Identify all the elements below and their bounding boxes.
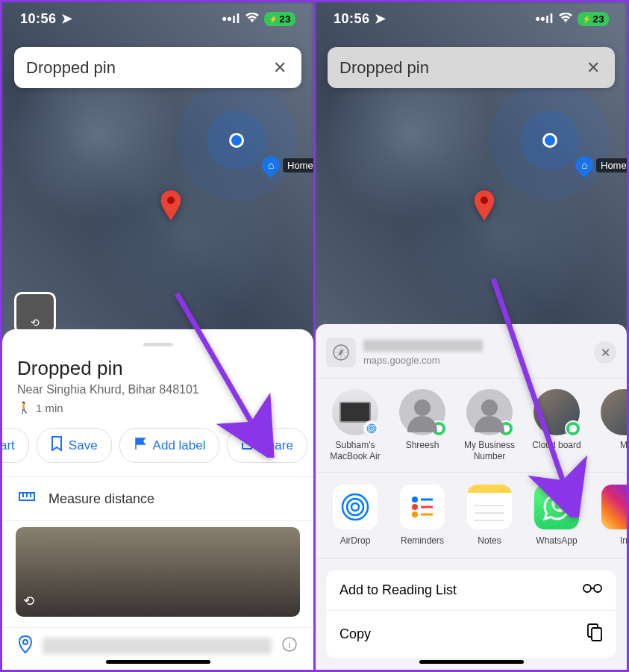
whatsapp-badge-icon — [431, 420, 447, 437]
signal-icon: ••ıl — [222, 11, 240, 27]
save-button[interactable]: Save — [37, 428, 112, 463]
copy-row[interactable]: Copy — [326, 611, 616, 658]
svg-point-6 — [23, 640, 28, 644]
info-icon[interactable]: i — [282, 637, 297, 655]
place-address: Near Singhia Khurd, Bihar 848101 — [2, 380, 313, 396]
glasses-icon — [582, 582, 603, 598]
walk-time: 🚶 1 min — [2, 396, 313, 414]
svg-point-18 — [412, 497, 418, 503]
dropped-pin-marker[interactable] — [474, 190, 495, 220]
clear-search-icon[interactable]: ✕ — [583, 55, 603, 81]
svg-point-28 — [594, 585, 601, 592]
home-label: Home — [283, 158, 313, 172]
contact-avatar — [601, 389, 627, 435]
svg-point-12 — [370, 427, 373, 430]
svg-point-9 — [481, 196, 488, 204]
svg-point-22 — [412, 511, 418, 517]
contact-avatar — [332, 389, 378, 435]
action-row: art Save Add label Share — [2, 414, 313, 476]
svg-rect-31 — [592, 628, 601, 641]
location-arrow-icon: ➤ — [375, 10, 387, 27]
airdrop-icon — [333, 485, 378, 529]
screen-left: 10:56 ➤ ••ıl ⚡23 ✕ Home Dropped pin Near… — [2, 2, 313, 670]
home-indicator[interactable] — [419, 660, 524, 664]
location-arrow-icon: ➤ — [61, 10, 73, 27]
search-bar[interactable]: ✕ — [14, 47, 301, 88]
share-header: maps.google.com ✕ — [316, 333, 627, 378]
app-notes[interactable]: Notes — [462, 485, 517, 546]
share-domain: maps.google.com — [363, 355, 586, 366]
flag-icon — [134, 437, 147, 454]
add-reading-list-row[interactable]: Add to Reading List — [326, 570, 616, 611]
svg-text:i: i — [289, 639, 291, 650]
contact-item[interactable]: Cloud board — [529, 389, 584, 461]
reminders-icon — [400, 485, 445, 529]
search-input[interactable] — [26, 58, 270, 78]
contact-item[interactable]: Shreesh — [395, 389, 450, 461]
home-marker[interactable]: Home — [262, 156, 313, 174]
apps-row[interactable]: AirDrop Reminders Notes WhatsApp In — [316, 473, 627, 559]
home-pin-icon — [258, 152, 284, 178]
svg-point-27 — [583, 585, 591, 592]
instagram-icon — [601, 485, 627, 529]
current-location-dot — [229, 133, 244, 148]
home-indicator[interactable] — [106, 660, 210, 664]
search-input[interactable] — [339, 58, 583, 78]
place-sheet[interactable]: Dropped pin Near Singhia Khurd, Bihar 84… — [2, 329, 313, 670]
share-action-list: Add to Reading List Copy — [326, 570, 616, 658]
bookmark-icon — [51, 436, 63, 455]
airdrop-badge-icon — [363, 420, 380, 437]
add-label-button[interactable]: Add label — [119, 428, 220, 463]
ruler-icon — [19, 491, 35, 507]
svg-point-0 — [167, 196, 175, 204]
streetview-banner[interactable] — [16, 527, 300, 617]
home-label: Home — [596, 158, 627, 172]
safari-icon — [326, 337, 356, 367]
share-button[interactable]: Share — [227, 428, 307, 463]
measure-distance-row[interactable]: Measure distance — [2, 477, 313, 520]
contact-item[interactable]: M — [596, 389, 627, 461]
svg-point-20 — [412, 504, 418, 510]
app-reminders[interactable]: Reminders — [395, 485, 450, 546]
share-sheet[interactable]: maps.google.com ✕ Subham's MacBook Air S… — [316, 324, 627, 670]
svg-point-16 — [347, 499, 363, 515]
share-close-button[interactable]: ✕ — [594, 341, 616, 364]
place-title: Dropped pin — [2, 357, 313, 380]
share-title-blurred — [363, 340, 483, 352]
pin-outline-icon — [19, 635, 32, 656]
whatsapp-badge-icon — [498, 420, 514, 437]
status-time: 10:56 — [334, 11, 370, 27]
notes-icon — [467, 485, 512, 529]
svg-point-15 — [351, 503, 359, 511]
app-airdrop[interactable]: AirDrop — [328, 485, 383, 546]
dropped-pin-marker[interactable] — [160, 190, 181, 220]
home-pin-icon — [572, 152, 597, 178]
status-bar: 10:56 ➤ ••ıl ⚡23 — [316, 2, 627, 35]
streetview-thumbnail[interactable] — [14, 292, 56, 334]
clear-search-icon[interactable]: ✕ — [270, 55, 290, 81]
contacts-row[interactable]: Subham's MacBook Air Shreesh My Business… — [316, 378, 627, 473]
copy-icon — [586, 623, 603, 646]
app-whatsapp[interactable]: WhatsApp — [529, 485, 584, 546]
whatsapp-icon — [534, 485, 579, 529]
contact-avatar — [466, 389, 513, 435]
walk-icon: 🚶 — [17, 401, 31, 414]
sheet-handle[interactable] — [143, 343, 173, 346]
status-bar: 10:56 ➤ ••ıl ⚡23 — [2, 2, 313, 35]
start-button[interactable]: art — [2, 428, 29, 463]
contact-item[interactable]: Subham's MacBook Air — [328, 389, 383, 461]
contact-item[interactable]: My Business Number — [462, 389, 517, 461]
wifi-icon — [558, 11, 573, 27]
home-marker[interactable]: Home — [575, 156, 627, 174]
whatsapp-badge-icon — [565, 420, 581, 437]
app-instagram[interactable]: In — [596, 485, 627, 546]
svg-point-13 — [369, 426, 375, 432]
battery-badge: ⚡23 — [264, 12, 295, 26]
status-time: 10:56 — [20, 11, 57, 27]
current-location-dot — [542, 133, 557, 148]
coordinates-blurred — [43, 638, 272, 654]
contact-avatar — [399, 389, 445, 435]
signal-icon: ••ıl — [535, 11, 554, 27]
wifi-icon — [245, 11, 260, 27]
search-bar[interactable]: ✕ — [328, 47, 615, 88]
